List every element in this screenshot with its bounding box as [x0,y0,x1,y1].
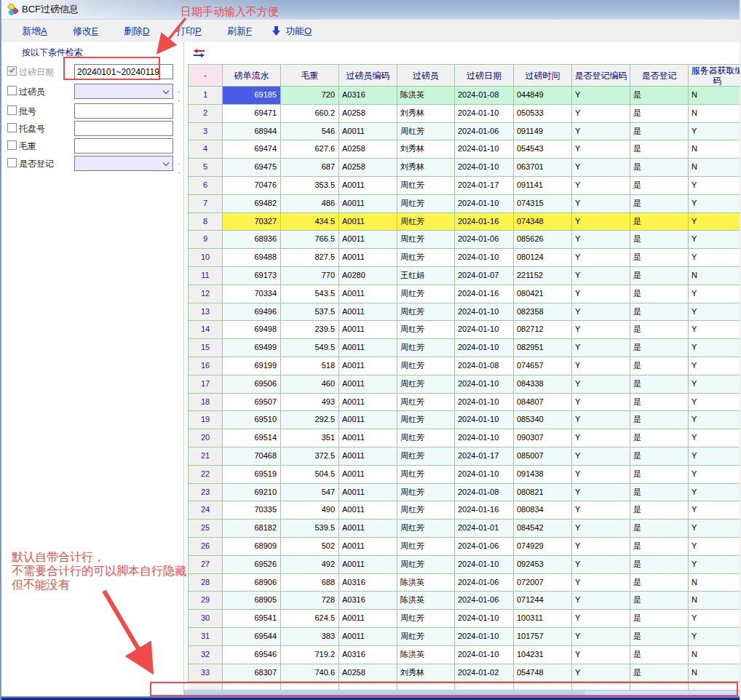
column-header[interactable]: 过磅员 [397,65,455,87]
grid-cell[interactable]: Y [572,448,630,466]
grid-cell[interactable]: 537.5 [281,303,339,322]
row-number-cell[interactable]: 13 [188,303,223,322]
grid-cell[interactable]: Y [572,231,630,249]
row-number-cell[interactable]: 21 [188,448,223,466]
grid-cell[interactable]: 2024-01-10 [455,249,514,267]
grid-cell[interactable]: 351 [281,429,339,448]
grid-cell[interactable]: 是 [630,123,689,141]
grid-cell[interactable]: N [689,646,741,664]
grid-cell[interactable]: 719.2 [281,646,339,664]
grid-cell[interactable]: 2024-01-10 [455,105,514,123]
grid-cell[interactable]: 周红芳 [397,375,455,394]
row-number-cell[interactable]: 5 [188,159,223,177]
row-number-cell[interactable]: 27 [188,556,223,574]
grid-cell[interactable]: 084807 [514,394,572,412]
grid-cell[interactable]: A0011 [339,466,397,484]
weight-input[interactable] [74,138,173,154]
column-header[interactable]: 过磅时间 [514,65,572,87]
grid-cell[interactable]: 2024-01-10 [455,610,514,628]
grid-cell[interactable]: Y [572,520,630,538]
grid-cell[interactable]: Y [689,123,741,141]
row-number-cell[interactable]: 11 [188,267,223,285]
grid-cell[interactable]: Y [572,394,630,412]
grid-cell[interactable]: A0011 [339,303,397,322]
grid-cell[interactable]: N [689,592,741,610]
grid-cell[interactable]: 周红芳 [397,303,455,322]
grid-cell[interactable]: 504.5 [281,466,339,484]
row-number-cell[interactable]: 23 [188,484,223,502]
row-number-cell[interactable]: 28 [188,574,223,592]
grid-cell[interactable]: 050533 [514,105,572,123]
column-header[interactable]: 服务器获取编码 [689,65,741,87]
grid-cell[interactable]: 054748 [514,664,572,683]
grid-cell[interactable]: Y [689,501,741,520]
fit-columns-icon[interactable] [194,49,205,58]
grid-cell[interactable]: 是 [630,213,689,231]
grid-cell[interactable]: 2024-01-17 [455,448,514,466]
grid-cell[interactable]: 2024-01-08 [455,87,514,105]
grid-cell[interactable]: 2024-01-10 [455,159,514,177]
grid-cell[interactable]: 周红芳 [397,177,455,195]
grid-cell[interactable]: Y [572,195,630,213]
grid-cell[interactable]: 69544 [223,628,281,646]
grid-cell[interactable]: Y [689,375,741,394]
grid-cell[interactable]: 090307 [514,429,572,448]
grid-cell[interactable]: 是 [630,484,689,502]
grid-cell[interactable]: 2024-01-06 [455,574,514,592]
grid-cell[interactable]: A0011 [339,339,397,357]
grid-cell[interactable]: A0011 [339,520,397,538]
grid-cell[interactable]: 69514 [223,429,281,448]
grid-cell[interactable]: 766.5 [281,231,339,249]
grid-cell[interactable]: Y [572,87,630,105]
grid-cell[interactable]: Y [572,213,630,231]
grid-cell[interactable]: 063701 [514,159,572,177]
grid-cell[interactable]: 2024-01-10 [455,411,514,429]
grid-cell[interactable]: Y [572,411,630,429]
refresh-button[interactable]: 刷新F [227,25,252,38]
grid-cell[interactable]: 2024-01-10 [455,394,514,412]
grid-cell[interactable]: A0011 [339,231,397,249]
row-number-cell[interactable]: 7 [188,195,223,213]
grid-cell[interactable]: 周红芳 [397,501,455,520]
row-number-cell[interactable]: 16 [188,357,223,375]
grid-cell[interactable]: 周红芳 [397,538,455,556]
grid-cell[interactable]: 728 [281,592,339,610]
grid-cell[interactable]: A0011 [339,628,397,646]
row-number-cell[interactable]: 9 [188,231,223,249]
grid-cell[interactable]: 70468 [223,448,281,466]
grid-cell[interactable]: Y [572,303,630,322]
grid-cell[interactable]: 69506 [223,375,281,394]
grid-cell[interactable]: A0011 [339,213,397,231]
grid-cell[interactable]: 是 [630,501,689,520]
grid-cell[interactable]: 2024-01-10 [455,303,514,322]
grid-cell[interactable]: N [689,105,741,123]
grid-cell[interactable]: 是 [630,267,689,285]
registered-dropdown[interactable] [74,156,173,171]
grid-cell[interactable]: 周红芳 [397,285,455,303]
grid-cell[interactable]: Y [572,105,630,123]
grid-cell[interactable]: N [689,574,741,592]
grid-cell[interactable]: Y [689,556,741,574]
grid-cell[interactable]: 091141 [514,177,572,195]
grid-cell[interactable]: 486 [281,195,339,213]
grid-cell[interactable]: 69199 [223,357,281,375]
grid-cell[interactable]: 是 [630,249,689,267]
grid-cell[interactable]: 是 [630,466,689,484]
grid-cell[interactable]: 085626 [514,231,572,249]
grid-cell[interactable]: 434.5 [281,213,339,231]
grid-cell[interactable]: Y [689,195,741,213]
grid-cell[interactable]: A0011 [339,556,397,574]
grid-cell[interactable]: 是 [630,87,689,105]
grid-cell[interactable]: 是 [630,628,689,646]
grid-cell[interactable]: A0011 [339,429,397,448]
batch-checkbox[interactable] [7,106,17,115]
grid-cell[interactable]: A0011 [339,123,397,141]
grid-cell[interactable]: 2024-01-06 [455,538,514,556]
grid-cell[interactable]: 68905 [223,592,281,610]
row-number-cell[interactable]: 24 [188,501,223,520]
grid-cell[interactable]: 68944 [223,123,281,141]
grid-cell[interactable]: 543.5 [281,285,339,303]
grid-cell[interactable]: 2024-01-17 [455,177,514,195]
grid-cell[interactable]: 720 [281,87,339,105]
title-bar[interactable]: BCF过磅信息 [1,0,740,19]
